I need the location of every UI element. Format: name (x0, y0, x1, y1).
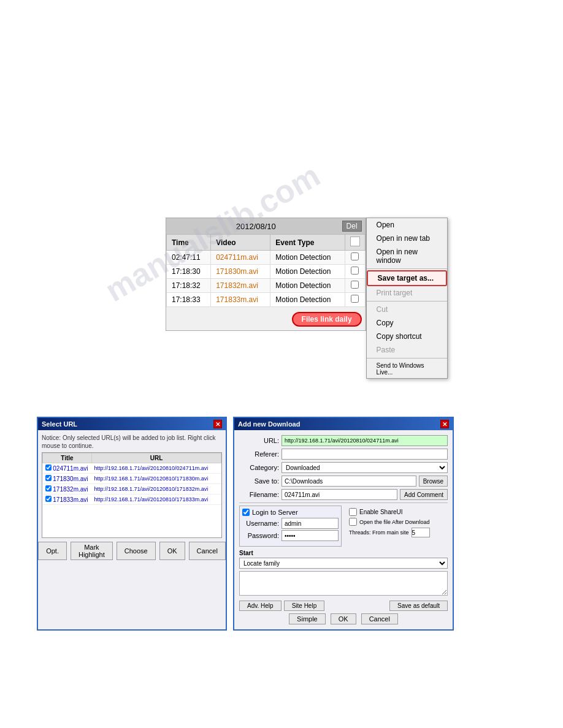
select-url-buttons: Opt. Mark Highlight Choose OK Cancel (42, 538, 222, 564)
select-url-opt-button[interactable]: Opt. (38, 542, 67, 560)
context-menu-cut: Cut (367, 303, 447, 316)
del-button[interactable]: Del (342, 221, 362, 232)
filename-row: Filename: Add Comment (239, 489, 448, 500)
url-value: http://192.168.1.71/avi/20120810/024711m… (92, 463, 221, 474)
file-video[interactable]: 171833m.avi (211, 293, 270, 307)
context-menu-copy-shortcut[interactable]: Copy shortcut (367, 330, 447, 343)
add-download-titlebar: Add new Download ✕ (234, 418, 453, 430)
right-options: Enable ShareUI Open the file After Downl… (347, 506, 448, 547)
url-table-row[interactable]: 171833m.avihttp://192.168.1.71/avi/20120… (43, 495, 221, 505)
file-checkbox-cell (345, 293, 365, 307)
url-checkbox[interactable] (45, 496, 52, 502)
url-label: URL: (239, 437, 279, 444)
enable-shareui-row: Enable ShareUI (349, 508, 445, 516)
open-after-download-checkbox[interactable] (349, 518, 357, 526)
filename-label: Filename: (239, 491, 279, 498)
col-event: Event Type (270, 235, 345, 251)
files-link-daily-button[interactable]: Files link daily (292, 312, 362, 327)
save-to-input[interactable] (282, 476, 416, 487)
file-time: 02:47:11 (167, 251, 211, 265)
username-input[interactable] (282, 518, 339, 529)
col-check (345, 235, 365, 251)
file-event: Motion Detection (270, 293, 345, 307)
file-checkbox-cell (345, 265, 365, 279)
save-to-label: Save to: (239, 477, 279, 485)
context-menu-paste: Paste (367, 343, 447, 357)
add-download-simple-button[interactable]: Simple (289, 613, 326, 624)
locate-family-row: Locate family (239, 558, 448, 569)
file-table: Time Video Event Type 02:47:11024711m.av… (166, 234, 366, 307)
login-checkbox[interactable] (242, 509, 250, 516)
file-checkbox-cell (345, 279, 365, 293)
save-to-row: Save to: Browse (239, 476, 448, 487)
threads-input[interactable] (412, 528, 430, 537)
url-checkbox[interactable] (45, 464, 52, 471)
browse-button[interactable]: Browse (419, 476, 448, 487)
save-default-button[interactable]: Save as default (389, 601, 448, 611)
category-select[interactable]: Downloaded (282, 462, 448, 473)
file-event: Motion Detection (270, 279, 345, 293)
file-checkbox[interactable] (351, 267, 359, 275)
select-url-ok-button[interactable]: OK (159, 542, 185, 560)
file-checkbox[interactable] (351, 295, 359, 303)
file-time: 17:18:30 (167, 265, 211, 279)
add-download-ok-button[interactable]: OK (331, 613, 356, 624)
filename-input[interactable] (282, 489, 397, 500)
file-table-header: 2012/08/10 Del (166, 218, 366, 234)
two-column-section: Login to Server Username: Password: (239, 506, 448, 547)
file-event: Motion Detection (270, 265, 345, 279)
referer-label: Referer: (239, 450, 279, 458)
context-menu-send-windows-live[interactable]: Send to Windows Live... (367, 360, 447, 378)
url-table: Title URL 024711m.avihttp://192.168.1.71… (42, 453, 221, 505)
password-input[interactable] (282, 530, 339, 541)
ok-cancel-row: Simple OK Cancel (239, 613, 448, 624)
context-menu-open[interactable]: Open (367, 218, 447, 232)
add-download-content: URL: Referer: Category: Downloaded Save … (234, 430, 453, 629)
file-table-row: 17:18:30171830m.aviMotion Detection (167, 265, 366, 279)
username-label: Username: (242, 520, 279, 527)
select-url-notice: Notice: Only selected URL(s) will be add… (42, 434, 222, 450)
add-comment-button[interactable]: Add Comment (400, 489, 448, 500)
context-menu-save-target[interactable]: Save target as... (367, 270, 447, 286)
add-download-close-button[interactable]: ✕ (440, 420, 449, 428)
enable-shareui-checkbox[interactable] (349, 508, 357, 516)
referer-row: Referer: (239, 449, 448, 460)
select-url-mark-button[interactable]: Mark Highlight (71, 542, 113, 560)
file-table-row: 02:47:11024711m.aviMotion Detection (167, 251, 366, 265)
comment-area[interactable] (239, 571, 448, 596)
adv-help-button[interactable]: Adv. Help (239, 601, 282, 611)
url-value: http://192.168.1.71/avi/20120810/171833m… (92, 495, 221, 505)
url-table-row[interactable]: 171830m.avihttp://192.168.1.71/avi/20120… (43, 474, 221, 484)
select-url-cancel-button[interactable]: Cancel (189, 542, 226, 560)
select-url-choose-button[interactable]: Choose (117, 542, 156, 560)
file-video[interactable]: 024711m.avi (211, 251, 270, 265)
context-menu-print-target: Print target (367, 286, 447, 300)
start-label: Start (239, 550, 253, 556)
referer-input[interactable] (282, 449, 448, 460)
col-video: Video (211, 235, 270, 251)
file-table-row: 17:18:32171832m.aviMotion Detection (167, 279, 366, 293)
url-checkbox[interactable] (45, 475, 52, 481)
url-title: 171832m.avi (43, 484, 92, 495)
url-input[interactable] (282, 435, 448, 446)
url-title: 024711m.avi (43, 463, 92, 474)
context-menu-open-new-window[interactable]: Open in new window (367, 245, 447, 267)
context-menu-copy[interactable]: Copy (367, 316, 447, 330)
file-video[interactable]: 171832m.avi (211, 279, 270, 293)
col-time: Time (167, 235, 211, 251)
add-download-cancel-button[interactable]: Cancel (361, 613, 398, 624)
file-checkbox[interactable] (351, 252, 359, 260)
url-table-row[interactable]: 024711m.avihttp://192.168.1.71/avi/20120… (43, 463, 221, 474)
site-help-button[interactable]: Site Help (284, 601, 325, 611)
url-row: URL: (239, 435, 448, 446)
url-checkbox[interactable] (45, 485, 52, 491)
select-url-title: Select URL (42, 420, 77, 428)
locate-family-select[interactable]: Locate family (239, 558, 448, 569)
login-checkbox-row: Login to Server (242, 509, 339, 516)
file-checkbox[interactable] (351, 281, 359, 289)
context-menu-open-new-tab[interactable]: Open in new tab (367, 232, 447, 245)
url-table-row[interactable]: 171832m.avihttp://192.168.1.71/avi/20120… (43, 484, 221, 495)
select-url-close-button[interactable]: ✕ (213, 420, 222, 428)
url-table-wrapper[interactable]: Title URL 024711m.avihttp://192.168.1.71… (42, 452, 222, 538)
file-video[interactable]: 171830m.avi (211, 265, 270, 279)
